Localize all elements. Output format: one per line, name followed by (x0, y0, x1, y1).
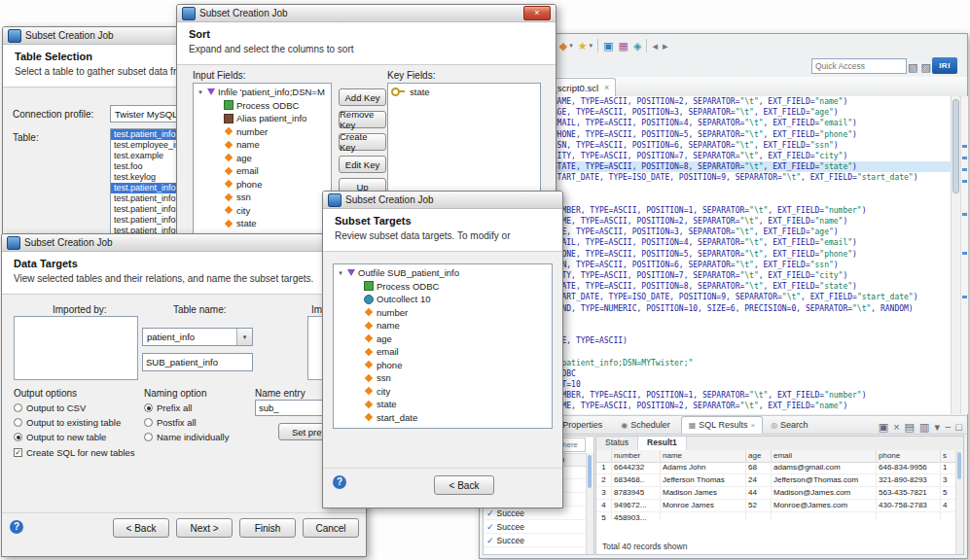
tree-item[interactable]: email (334, 345, 552, 359)
window-titlebar[interactable]: Subset Creation Job × (177, 5, 556, 22)
key-field-item[interactable]: state (388, 86, 540, 99)
tree-item[interactable]: phone (334, 359, 552, 372)
radio-icon[interactable] (14, 403, 22, 412)
sql-results-tab[interactable]: ▦ SQL Results × (681, 416, 763, 434)
radio-icon[interactable] (144, 433, 153, 441)
back-icon[interactable]: ◂ (652, 38, 658, 53)
tree-item[interactable]: ▾ Outfile SUB_patient_info (334, 266, 552, 280)
radio-option[interactable]: Name individually (144, 431, 229, 442)
favorites-icon[interactable]: ★ (578, 38, 588, 53)
col-phone[interactable]: phone (877, 450, 941, 462)
remove-key-button[interactable]: Remove Key (339, 111, 386, 128)
tree-item[interactable]: email (194, 164, 331, 178)
tree-item[interactable]: age (194, 152, 331, 165)
tree-item[interactable]: start_date (334, 411, 552, 425)
edit-key-button[interactable]: Edit Key (339, 156, 386, 173)
new-job-icon[interactable]: ◆ (559, 38, 567, 53)
scheduler-tab[interactable]: ◉ Scheduler (613, 416, 681, 434)
result-row[interactable]: 2 683468.. Jefferson Thomas 24 Jefferson… (596, 474, 956, 487)
finish-button[interactable]: Finish (239, 518, 296, 538)
input-fields-tree[interactable]: ▾ Infile 'patient_info;DSN=M Process ODB… (193, 83, 332, 242)
layout-icon[interactable]: ▥ (919, 419, 929, 435)
help-button[interactable]: ? (10, 520, 23, 534)
result-row[interactable]: 3 8783945 Madison James 44 Madison@James… (596, 487, 956, 500)
expander-icon[interactable]: ▾ (197, 88, 204, 96)
perspective-icon[interactable]: ▧ (908, 59, 917, 75)
minimize-icon[interactable]: − (945, 419, 951, 435)
tree-item[interactable]: name (194, 138, 331, 152)
checkbox-icon[interactable]: ✓ (14, 448, 22, 457)
cancel-button[interactable]: Cancel (303, 518, 359, 538)
create-key-button[interactable]: Create Key (339, 133, 386, 151)
subset-targets-tree[interactable]: ▾ Outfile SUB_patient_info Process ODBC … (333, 263, 553, 429)
col-email[interactable]: email (772, 450, 877, 462)
scrollbar-thumb[interactable] (957, 452, 961, 479)
scrollbar-thumb[interactable] (588, 455, 592, 488)
editor-scrollbar[interactable] (951, 96, 959, 414)
back-button[interactable]: < Back (113, 518, 169, 538)
result-row[interactable]: 5 458903... (596, 512, 956, 521)
window-titlebar[interactable]: Subset Creation Job (2, 234, 366, 252)
tree-item[interactable]: name (334, 319, 552, 332)
overview-ruler[interactable] (960, 96, 968, 414)
view-menu-icon[interactable]: ▾ (934, 419, 940, 435)
tree-item[interactable]: age (334, 332, 552, 346)
pin-icon[interactable]: ▣ (879, 419, 888, 435)
clear-icon[interactable]: × (893, 419, 899, 435)
table-icon[interactable]: ▦ (619, 38, 629, 53)
col-name[interactable]: name (661, 450, 746, 462)
sub-table-name-field[interactable] (142, 353, 253, 371)
expander-icon[interactable]: ▾ (337, 269, 344, 277)
help-button[interactable]: ? (333, 475, 346, 489)
status-row[interactable]: ✓ Succee (484, 507, 587, 520)
forward-icon[interactable]: ▸ (663, 38, 668, 53)
result1-tab[interactable]: Result1 (638, 437, 687, 450)
tree-item[interactable]: Process ODBC (194, 99, 331, 113)
table-name-combo[interactable]: patient_info ▾ (142, 328, 253, 346)
tree-item[interactable]: ssn (334, 371, 552, 385)
result-row[interactable]: 1 6644232 Adams John 68 adams@gmail.com … (596, 462, 956, 474)
dropdown-icon[interactable]: ▾ (590, 38, 593, 53)
radio-option[interactable]: Postfix all (144, 416, 229, 428)
search-tab[interactable]: ◎ Search (763, 416, 819, 434)
tree-item[interactable]: Process ODBC (334, 280, 552, 294)
export-icon[interactable]: ▤ (905, 419, 915, 435)
radio-icon[interactable] (14, 433, 22, 441)
col-age[interactable]: age (746, 450, 772, 462)
col-index[interactable] (596, 450, 612, 462)
result-row[interactable]: 4 949672... Monroe James 52 Monroe@James… (596, 500, 956, 512)
transform-icon[interactable]: ◈ (633, 38, 641, 53)
panel-tab-close-icon[interactable]: × (750, 421, 755, 430)
tree-item[interactable]: ssn (194, 191, 331, 204)
tree-item[interactable]: city (194, 204, 331, 218)
tree-item[interactable]: state (194, 217, 331, 230)
radio-option[interactable]: Prefix all (144, 402, 229, 413)
scrollbar-thumb[interactable] (952, 99, 959, 193)
open-perspective-icon[interactable]: ▨ (920, 59, 930, 75)
radio-option[interactable]: Output to existing table (14, 416, 121, 428)
close-button[interactable]: × (523, 6, 551, 20)
dropdown-icon[interactable]: ▾ (569, 38, 573, 53)
chevron-down-icon[interactable]: ▾ (236, 329, 252, 345)
tree-item[interactable]: number (194, 125, 331, 139)
col-s[interactable]: s (941, 450, 956, 462)
add-key-button[interactable]: Add Key (339, 88, 386, 106)
database-icon[interactable]: ▣ (603, 38, 613, 53)
tree-item[interactable]: ▾ Infile 'patient_info;DSN=M (194, 86, 331, 99)
tree-item[interactable]: phone (194, 178, 331, 192)
tree-item[interactable]: state (334, 398, 552, 411)
radio-icon[interactable] (144, 403, 153, 412)
separator[interactable] (597, 39, 598, 52)
results-scrollbar[interactable] (955, 450, 963, 554)
tree-item[interactable]: city (334, 385, 552, 399)
tree-item[interactable]: number (334, 306, 552, 320)
radio-option[interactable]: Output to CSV (14, 402, 121, 413)
radio-option[interactable]: Output to new table (14, 431, 121, 442)
radio-icon[interactable] (144, 418, 153, 427)
tab-close-icon[interactable]: × (604, 83, 609, 92)
status-row[interactable]: ✓ Succee (484, 534, 587, 547)
status-result-tab[interactable]: Status (596, 437, 638, 450)
imported-by-list[interactable] (14, 316, 138, 380)
quick-access-input[interactable] (811, 58, 907, 74)
radio-icon[interactable] (14, 418, 22, 427)
